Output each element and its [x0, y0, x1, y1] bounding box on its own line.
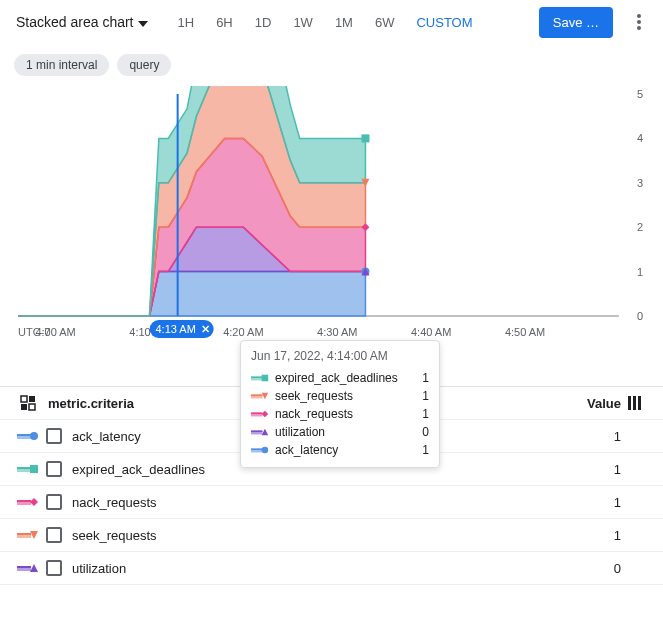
tooltip-row: utilization0	[251, 423, 429, 441]
kebab-icon	[637, 14, 641, 30]
toolbar: Stacked area chart 1H6H1D1W1M6WCUSTOM Sa…	[0, 0, 663, 44]
legend-row[interactable]: nack_requests 1	[0, 486, 663, 519]
chart-area[interactable]: 4:00 AM4:10 AM4:20 AM4:30 AM4:40 AM4:50 …	[14, 86, 649, 346]
time-range-6h[interactable]: 6H	[206, 9, 243, 36]
more-menu-button[interactable]	[623, 6, 655, 38]
svg-rect-47	[30, 465, 38, 473]
svg-text:4:20 AM: 4:20 AM	[223, 326, 263, 338]
tooltip-row: nack_requests1	[251, 405, 429, 423]
svg-rect-25	[262, 375, 269, 382]
svg-point-34	[262, 447, 269, 454]
criteria-icon	[14, 395, 42, 411]
legend-swatch	[14, 497, 42, 507]
legend-checkbox[interactable]	[42, 428, 66, 444]
tooltip-row: expired_ack_deadlines1	[251, 369, 429, 387]
stacked-area-chart: 4:00 AM4:10 AM4:20 AM4:30 AM4:40 AM4:50 …	[14, 86, 649, 346]
svg-rect-18	[361, 134, 369, 142]
legend-checkbox[interactable]	[42, 461, 66, 477]
chart-type-label: Stacked area chart	[16, 14, 134, 30]
tooltip-row: ack_latency1	[251, 441, 429, 459]
legend-series-name: utilization	[66, 561, 571, 576]
svg-text:UTC-7: UTC-7	[18, 326, 50, 338]
svg-point-0	[637, 14, 641, 18]
legend-series-value: 0	[571, 561, 621, 576]
legend-series-value: 1	[571, 495, 621, 510]
time-range-1w[interactable]: 1W	[283, 9, 323, 36]
tooltip-row: seek_requests1	[251, 387, 429, 405]
svg-text:4: 4	[637, 132, 643, 144]
legend-series-name: seek_requests	[66, 528, 571, 543]
svg-text:2: 2	[637, 221, 643, 233]
time-range-1h[interactable]: 1H	[168, 9, 205, 36]
time-range-1d[interactable]: 1D	[245, 9, 282, 36]
legend-checkbox[interactable]	[42, 527, 66, 543]
chip-1[interactable]: query	[117, 54, 171, 76]
pinned-time-pill: 4:13 AM	[150, 320, 214, 338]
time-range-1m[interactable]: 1M	[325, 9, 363, 36]
legend-series-value: 1	[571, 462, 621, 477]
svg-text:0: 0	[637, 310, 643, 322]
svg-text:4:13 AM: 4:13 AM	[155, 323, 195, 335]
legend-swatch	[14, 464, 42, 474]
time-range-6w[interactable]: 6W	[365, 9, 405, 36]
legend-checkbox[interactable]	[42, 560, 66, 576]
chart-type-dropdown[interactable]: Stacked area chart	[16, 14, 148, 30]
legend-swatch	[14, 563, 42, 573]
svg-text:4:40 AM: 4:40 AM	[411, 326, 451, 338]
svg-rect-41	[638, 396, 641, 410]
legend-swatch	[14, 431, 42, 441]
svg-point-2	[637, 26, 641, 30]
svg-point-44	[30, 432, 38, 440]
svg-text:1: 1	[637, 266, 643, 278]
tooltip-timestamp: Jun 17, 2022, 4:14:00 AM	[251, 349, 429, 363]
legend-row[interactable]: seek_requests 1	[0, 519, 663, 552]
legend-checkbox[interactable]	[42, 494, 66, 510]
svg-text:5: 5	[637, 88, 643, 100]
svg-text:4:30 AM: 4:30 AM	[317, 326, 357, 338]
save-button[interactable]: Save …	[539, 7, 613, 38]
caret-down-icon	[138, 14, 148, 30]
legend-swatch	[14, 530, 42, 540]
time-range-custom[interactable]: CUSTOM	[406, 9, 482, 36]
legend-value-header: Value	[587, 396, 621, 411]
legend-series-value: 1	[571, 528, 621, 543]
chip-0[interactable]: 1 min interval	[14, 54, 109, 76]
svg-rect-36	[29, 396, 35, 402]
svg-rect-37	[21, 404, 27, 410]
legend-series-value: 1	[571, 429, 621, 444]
svg-text:3: 3	[637, 177, 643, 189]
svg-text:4:50 AM: 4:50 AM	[505, 326, 545, 338]
svg-point-1	[637, 20, 641, 24]
legend-header-label: metric.criteria	[48, 396, 134, 411]
column-settings-icon[interactable]	[621, 396, 649, 410]
svg-rect-35	[21, 396, 27, 402]
legend-row[interactable]: utilization 0	[0, 552, 663, 585]
svg-rect-38	[29, 404, 35, 410]
chip-row: 1 min intervalquery	[0, 44, 663, 82]
svg-rect-39	[628, 396, 631, 410]
chart-tooltip: Jun 17, 2022, 4:14:00 AM expired_ack_dea…	[240, 340, 440, 468]
legend-series-name: nack_requests	[66, 495, 571, 510]
svg-rect-40	[633, 396, 636, 410]
time-range-group: 1H6H1D1W1M6WCUSTOM	[168, 9, 483, 36]
